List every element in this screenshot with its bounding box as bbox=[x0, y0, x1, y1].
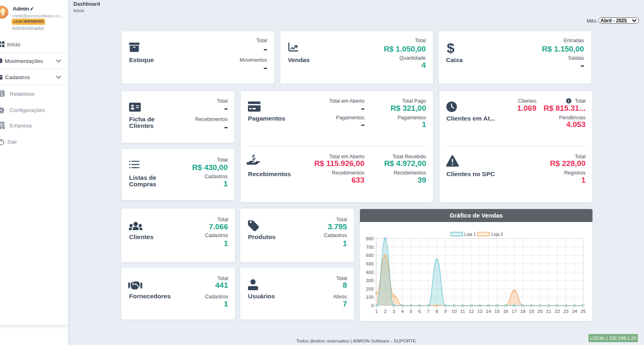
svg-text:2: 2 bbox=[384, 309, 386, 314]
svg-text:5: 5 bbox=[410, 309, 412, 314]
svg-text:16: 16 bbox=[503, 309, 508, 314]
svg-text:10: 10 bbox=[452, 309, 457, 314]
svg-text:19: 19 bbox=[529, 309, 534, 314]
svg-text:200: 200 bbox=[366, 287, 374, 291]
svg-text:24: 24 bbox=[572, 309, 577, 314]
svg-text:18: 18 bbox=[520, 309, 526, 314]
svg-text:22: 22 bbox=[555, 309, 560, 314]
svg-text:400: 400 bbox=[366, 270, 374, 275]
svg-text:9: 9 bbox=[444, 309, 446, 314]
svg-text:13: 13 bbox=[477, 309, 482, 314]
svg-text:4: 4 bbox=[401, 309, 404, 314]
svg-text:6: 6 bbox=[418, 309, 421, 314]
svg-text:23: 23 bbox=[563, 309, 569, 314]
svg-text:25: 25 bbox=[581, 309, 586, 314]
svg-text:600: 600 bbox=[366, 253, 374, 258]
svg-text:7: 7 bbox=[427, 309, 429, 314]
svg-text:21: 21 bbox=[546, 309, 551, 314]
svg-text:Loja 2: Loja 2 bbox=[491, 232, 503, 237]
svg-text:14: 14 bbox=[486, 309, 491, 314]
svg-text:12: 12 bbox=[469, 309, 474, 314]
svg-text:0: 0 bbox=[371, 303, 374, 308]
svg-text:17: 17 bbox=[512, 309, 517, 314]
svg-text:300: 300 bbox=[366, 278, 374, 283]
svg-text:1: 1 bbox=[375, 309, 378, 314]
svg-text:700: 700 bbox=[366, 245, 374, 250]
svg-text:Loja 1: Loja 1 bbox=[464, 232, 476, 237]
svg-text:3: 3 bbox=[392, 309, 395, 314]
svg-text:800: 800 bbox=[366, 236, 374, 241]
svg-text:500: 500 bbox=[366, 261, 374, 266]
svg-text:11: 11 bbox=[460, 309, 465, 314]
svg-text:8: 8 bbox=[435, 309, 438, 314]
svg-text:100: 100 bbox=[366, 295, 374, 300]
svg-text:15: 15 bbox=[495, 309, 500, 314]
svg-text:20: 20 bbox=[538, 309, 543, 314]
